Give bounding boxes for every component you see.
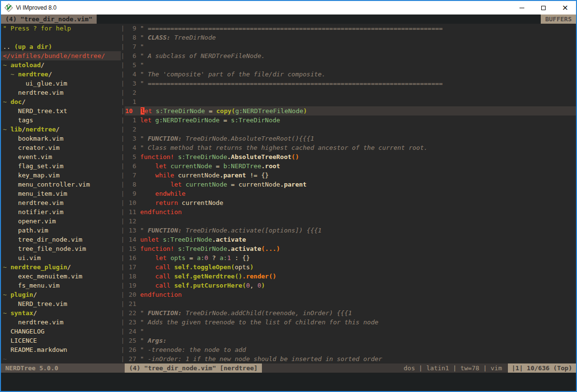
code-line[interactable]: 10 return currentNode xyxy=(125,198,576,207)
tree-item[interactable]: ~ autoload/ xyxy=(1,60,121,70)
tree-item[interactable]: bookmark.vim xyxy=(1,134,121,143)
code-line[interactable]: 8" CLASS: TreeDirNode xyxy=(125,33,576,42)
code-line[interactable]: 17 call self.toggleOpen(opts) xyxy=(125,262,576,272)
code-line[interactable]: 1let g:NERDTreeDirNode = s:TreeDirNode xyxy=(125,116,576,125)
tree-item[interactable]: .. (up a dir) xyxy=(1,42,121,51)
tree-item[interactable]: key_map.vim xyxy=(1,171,121,180)
code-line[interactable]: 21 xyxy=(125,299,576,308)
tree-item[interactable]: ui.vim xyxy=(1,253,121,262)
tree-item[interactable]: ~ xyxy=(1,354,121,363)
tree-item[interactable]: ui_glue.vim xyxy=(1,79,121,88)
code-line[interactable]: 4" Class method that returns the highest… xyxy=(125,143,576,152)
line-number: 19 xyxy=(125,281,140,290)
tree-item[interactable]: event.vim xyxy=(1,152,121,161)
code-line[interactable]: 9 endwhile xyxy=(125,189,576,198)
tree-item[interactable]: NERD_tree.vim xyxy=(1,299,121,308)
code-text: call self.putCursorHere(0, 0) xyxy=(140,281,576,290)
code-text: " ======================================… xyxy=(140,79,576,88)
code-line[interactable]: 6" A subclass of NERDTreeFileNode. xyxy=(125,51,576,60)
code-line[interactable]: 2 xyxy=(125,88,576,97)
minimize-button[interactable] xyxy=(511,1,533,15)
code-line[interactable]: 18 call self.getNerdtree().render() xyxy=(125,272,576,281)
tree-item[interactable]: fs_menu.vim xyxy=(1,281,121,290)
buffers-label: BUFFERS xyxy=(541,15,576,24)
code-line[interactable]: 14unlet s:TreeDirNode.activate xyxy=(125,235,576,244)
tree-item[interactable]: tree_file_node.vim xyxy=(1,244,121,253)
line-number: 4 xyxy=(125,70,140,79)
tree-item[interactable]: flag_set.vim xyxy=(1,161,121,171)
tab-active-buffer[interactable]: (4) "tree_dir_node.vim" xyxy=(1,15,97,24)
tree-item[interactable]: path.vim xyxy=(1,226,121,235)
code-line[interactable]: 25" Args: xyxy=(125,336,576,345)
tree-item[interactable]: </vimfiles/bundle/nerdtree/ xyxy=(1,51,121,60)
close-button[interactable]: × xyxy=(554,1,576,15)
command-line[interactable] xyxy=(1,373,576,391)
code-text xyxy=(140,97,576,106)
code-line[interactable]: 1 xyxy=(125,97,576,106)
code-line[interactable]: 13" FUNCTION: TreeDirNode.activate([opti… xyxy=(125,226,576,235)
code-line[interactable]: 24" xyxy=(125,327,576,336)
maximize-icon xyxy=(541,6,546,10)
tree-item[interactable]: README.markdown xyxy=(1,345,121,354)
code-text: " FUNCTION: TreeDirNode.addChild(treenod… xyxy=(140,308,576,318)
tree-item[interactable]: menu_controller.vim xyxy=(1,180,121,189)
tree-item[interactable]: ~ doc/ xyxy=(1,97,121,106)
tree-item[interactable] xyxy=(1,33,121,42)
code-line[interactable]: 7 while currentNode.parent != {} xyxy=(125,171,576,180)
code-line[interactable]: 26" -treenode: the node to add xyxy=(125,345,576,354)
code-line[interactable]: 3" =====================================… xyxy=(125,79,576,88)
maximize-button[interactable] xyxy=(533,1,554,15)
code-line[interactable]: 5" xyxy=(125,60,576,70)
code-line[interactable]: 2 xyxy=(125,125,576,134)
code-text: " Class method that returns the highest … xyxy=(140,143,576,152)
tree-item[interactable]: LICENCE xyxy=(1,336,121,345)
code-line[interactable]: 8 let currentNode = currentNode.parent xyxy=(125,180,576,189)
line-number: 9 xyxy=(125,189,140,198)
tree-item[interactable]: opener.vim xyxy=(1,217,121,226)
tree-item[interactable]: ~ plugin/ xyxy=(1,290,121,299)
tree-item[interactable]: " Press ? for help xyxy=(1,24,121,33)
tree-item[interactable]: ~ lib/nerdtree/ xyxy=(1,125,121,134)
code-line[interactable]: 11endfunction xyxy=(125,207,576,217)
code-line[interactable]: 10let s:TreeDirNode = copy(g:NERDTreeFil… xyxy=(125,106,576,116)
line-number: 22 xyxy=(125,308,140,318)
code-line[interactable]: 16 let opts = a:0 ? a:1 : {} xyxy=(125,253,576,262)
tree-item[interactable]: nerdtree.vim xyxy=(1,318,121,327)
tree-item[interactable]: menu_item.vim xyxy=(1,189,121,198)
tree-item[interactable]: notifier.vim xyxy=(1,207,121,217)
line-number: 11 xyxy=(125,207,140,217)
tree-item[interactable]: ~ syntax/ xyxy=(1,308,121,318)
tree-item[interactable]: tree_dir_node.vim xyxy=(1,235,121,244)
line-number: 10 xyxy=(125,106,141,116)
code-text: let currentNode = currentNode.parent xyxy=(140,180,576,189)
code-line[interactable]: 3" FUNCTION: TreeDirNode.AbsoluteTreeRoo… xyxy=(125,134,576,143)
tree-item[interactable]: exec_menuitem.vim xyxy=(1,272,121,281)
close-icon: × xyxy=(562,4,568,12)
code-line[interactable]: 9" =====================================… xyxy=(125,24,576,33)
tree-item[interactable]: creator.vim xyxy=(1,143,121,152)
code-text: call self.getNerdtree().render() xyxy=(140,272,576,281)
code-line[interactable]: 4" The 'composite' part of the file/dir … xyxy=(125,70,576,79)
tree-item[interactable]: nerdtree.vim xyxy=(1,198,121,207)
code-text: " -treenode: the node to add xyxy=(140,345,576,354)
code-text: " Adds the given treenode to the list of… xyxy=(140,318,576,327)
tree-item[interactable]: ~ nerdtree_plugin/ xyxy=(1,262,121,272)
code-line[interactable]: 15function! s:TreeDirNode.activate(...) xyxy=(125,244,576,253)
tree-item[interactable]: ~ nerdtree/ xyxy=(1,70,121,79)
code-line[interactable]: 6 let currentNode = b:NERDTree.root xyxy=(125,161,576,171)
code-line[interactable]: 20endfunction xyxy=(125,290,576,299)
code-line[interactable]: 27" -inOrder: 1 if the new node should b… xyxy=(125,354,576,363)
tree-item[interactable]: NERD_tree.txt xyxy=(1,106,121,116)
line-number: 5 xyxy=(125,152,140,161)
code-line[interactable]: 5function! s:TreeDirNode.AbsoluteTreeRoo… xyxy=(125,152,576,161)
code-line[interactable]: 19 call self.putCursorHere(0, 0) xyxy=(125,281,576,290)
code-line[interactable]: 23" Adds the given treenode to the list … xyxy=(125,318,576,327)
code-line[interactable]: 12 xyxy=(125,217,576,226)
code-text xyxy=(140,88,576,97)
tree-item[interactable]: nerdtree.vim xyxy=(1,88,121,97)
tree-item[interactable]: CHANGELOG xyxy=(1,327,121,336)
tree-item[interactable]: tags xyxy=(1,116,121,125)
code-line[interactable]: 7" xyxy=(125,42,576,51)
vertical-split[interactable]: | | | | | | | | | | | | | | | | | | | | … xyxy=(121,24,125,363)
code-line[interactable]: 22" FUNCTION: TreeDirNode.addChild(treen… xyxy=(125,308,576,318)
